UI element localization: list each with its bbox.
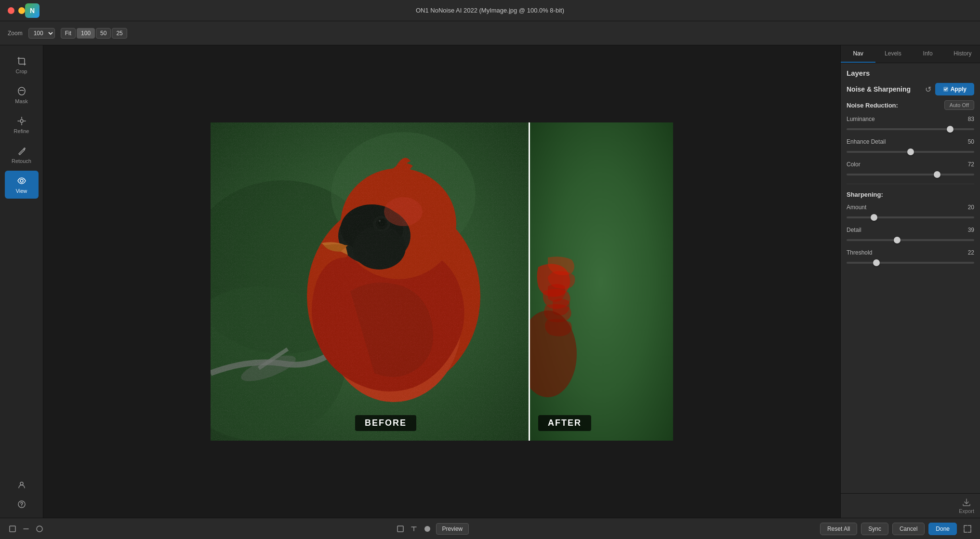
- right-panel: Nav Levels Info History Layers Noise & S…: [840, 45, 980, 518]
- people-button[interactable]: [14, 477, 29, 493]
- panel-content: Layers Noise & Sharpening ↺ Apply: [841, 63, 980, 493]
- luminance-slider-row: Luminance 83: [847, 116, 974, 132]
- app-logo: N: [25, 3, 40, 18]
- minimize-button[interactable]: [18, 7, 25, 14]
- view-icon: [16, 175, 27, 186]
- enhance-detail-value: 50: [968, 138, 974, 145]
- crop-icon: [16, 56, 27, 67]
- cancel-button[interactable]: Cancel: [892, 523, 925, 535]
- square-icon[interactable]: [8, 524, 17, 534]
- image-before: [211, 122, 529, 441]
- left-sidebar: Crop Mask Refine: [0, 45, 43, 518]
- titlebar-title: ON1 NoNoise AI 2022 (MyImage.jpg @ 100.0…: [416, 7, 564, 14]
- threshold-slider-row: Threshold 22: [847, 249, 974, 265]
- minus-icon[interactable]: [21, 524, 31, 534]
- fit-button[interactable]: Fit: [61, 28, 76, 39]
- enhance-detail-slider[interactable]: [847, 151, 974, 153]
- sidebar-item-refine[interactable]: Refine: [5, 111, 39, 139]
- amount-label: Amount: [847, 204, 866, 211]
- tab-history[interactable]: History: [945, 45, 980, 63]
- luminance-label: Luminance: [847, 116, 875, 122]
- sidebar-item-mask[interactable]: Mask: [5, 81, 39, 109]
- zoom-50-button[interactable]: 50: [96, 28, 111, 39]
- svg-point-40: [424, 526, 430, 532]
- color-slider-row: Color 72: [847, 161, 974, 177]
- square2-icon[interactable]: [396, 524, 405, 534]
- circle2-icon[interactable]: [423, 524, 432, 534]
- detail-value: 39: [968, 227, 974, 233]
- export-button[interactable]: Export: [959, 498, 974, 514]
- svg-rect-37: [10, 526, 15, 532]
- bottom-right: Reset All Sync Cancel Done: [820, 523, 972, 535]
- tab-nav[interactable]: Nav: [841, 45, 875, 63]
- sidebar-bottom: [14, 477, 29, 512]
- sidebar-item-view[interactable]: View: [5, 171, 39, 199]
- section-title: Noise & Sharpening: [847, 85, 911, 93]
- main-layout: Crop Mask Refine: [0, 45, 980, 518]
- sync-button[interactable]: Sync: [861, 523, 888, 535]
- auto-off-button[interactable]: Auto Off: [944, 100, 974, 110]
- preview-button[interactable]: Preview: [436, 523, 469, 535]
- detail-slider[interactable]: [847, 239, 974, 241]
- amount-slider-row: Amount 20: [847, 204, 974, 220]
- toolbar: Zoom 100 50 25 Fit Fit 100 50 25: [0, 21, 980, 45]
- svg-point-4: [20, 482, 23, 485]
- detail-label: Detail: [847, 227, 861, 233]
- amount-slider[interactable]: [847, 216, 974, 218]
- svg-point-1: [20, 120, 23, 122]
- zoom-select[interactable]: 100 50 25 Fit: [28, 28, 55, 39]
- reset-icon[interactable]: ↺: [925, 85, 931, 94]
- luminance-value: 83: [968, 116, 974, 122]
- enhance-detail-label: Enhance Detail: [847, 138, 886, 145]
- noise-reduction-label: Noise Reduction:: [847, 102, 898, 109]
- layers-title: Layers: [847, 69, 974, 77]
- noise-reduction-header: Noise Reduction: Auto Off: [847, 100, 974, 110]
- canvas-area: BEFORE AFTER: [43, 45, 840, 518]
- color-value: 72: [968, 161, 974, 168]
- export-area: Export: [841, 493, 980, 518]
- zoom-preset-row: Fit 100 50 25: [61, 28, 127, 39]
- threshold-label: Threshold: [847, 249, 872, 256]
- crop-label: Crop: [16, 68, 27, 74]
- done-button[interactable]: Done: [928, 523, 957, 535]
- tab-levels[interactable]: Levels: [875, 45, 910, 63]
- enhance-detail-slider-row: Enhance Detail 50: [847, 138, 974, 154]
- threshold-slider[interactable]: [847, 262, 974, 264]
- retouch-label: Retouch: [12, 158, 31, 164]
- split-divider[interactable]: [529, 122, 530, 441]
- color-label: Color: [847, 161, 861, 168]
- mask-label: Mask: [15, 98, 27, 104]
- view-label: View: [16, 188, 27, 194]
- expand-icon[interactable]: [963, 524, 972, 534]
- sharpening-label: Sharpening:: [847, 191, 974, 198]
- apply-icon: [943, 86, 949, 92]
- help-button[interactable]: [14, 497, 29, 512]
- bottom-bar: Preview Reset All Sync Cancel Done: [0, 518, 980, 539]
- luminance-slider[interactable]: [847, 128, 974, 130]
- circle-icon[interactable]: [35, 524, 44, 534]
- svg-point-6: [21, 506, 22, 507]
- bottom-left: [8, 524, 44, 534]
- reset-all-button[interactable]: Reset All: [820, 523, 857, 535]
- tab-info[interactable]: Info: [911, 45, 945, 63]
- panel-tabs: Nav Levels Info History: [841, 45, 980, 63]
- zoom-100-button[interactable]: 100: [77, 28, 95, 39]
- refine-icon: [16, 116, 27, 126]
- view-icons: [8, 524, 44, 534]
- divider: [847, 184, 974, 184]
- export-icon: [962, 498, 971, 507]
- preview-icons: [396, 524, 432, 534]
- retouch-icon: [16, 146, 27, 156]
- apply-button[interactable]: Apply: [935, 83, 974, 95]
- text-icon[interactable]: [409, 524, 419, 534]
- mask-icon: [16, 86, 27, 96]
- before-label: BEFORE: [355, 415, 416, 431]
- zoom-label: Zoom: [8, 30, 23, 37]
- zoom-25-button[interactable]: 25: [112, 28, 127, 39]
- close-button[interactable]: [8, 7, 14, 14]
- color-slider[interactable]: [847, 174, 974, 175]
- sidebar-item-retouch[interactable]: Retouch: [5, 141, 39, 169]
- after-label: AFTER: [538, 415, 591, 431]
- titlebar: N ON1 NoNoise AI 2022 (MyImage.jpg @ 100…: [0, 0, 980, 21]
- sidebar-item-crop[interactable]: Crop: [5, 51, 39, 79]
